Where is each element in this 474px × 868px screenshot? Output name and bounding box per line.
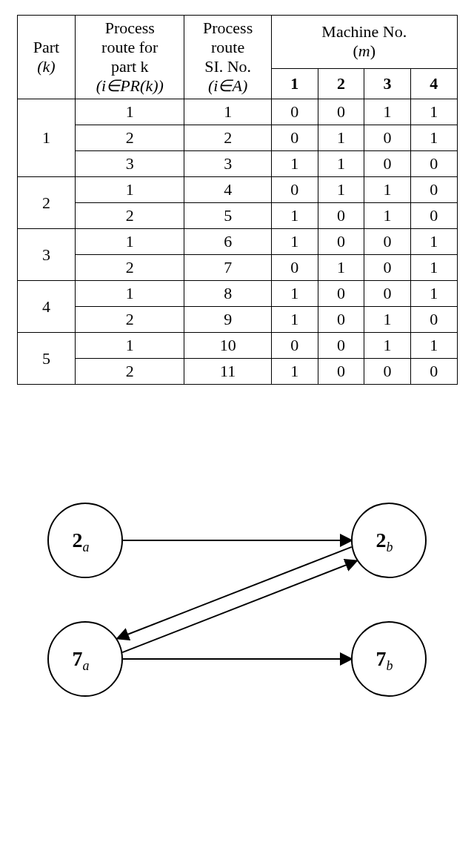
cell-m: 0 [318,229,364,255]
cell-pr: 2 [76,125,184,151]
cell-pr: 1 [76,99,184,125]
cell-pr: 3 [76,151,184,177]
cell-m: 0 [318,99,364,125]
table-row: 2140110 [17,177,457,203]
cell-m: 1 [318,255,364,281]
cell-pr: 1 [76,177,184,203]
col-slno: Process route SI. No. (i∈A) [184,16,272,99]
cell-m: 1 [364,99,411,125]
cell-pr: 2 [76,203,184,229]
cell-m: 1 [364,177,411,203]
cell-m: 0 [318,333,364,359]
sl-l4: (i∈A) [208,76,247,95]
cell-m: 1 [410,281,457,307]
cell-pr: 2 [76,255,184,281]
pr-l2: route for [101,38,158,56]
sl-l3: SI. No. [204,57,251,76]
cell-m: 0 [272,177,318,203]
cell-sl: 8 [184,281,272,307]
mach-2: 2 [318,68,364,99]
cell-pr: 1 [76,333,184,359]
cell-m: 1 [272,203,318,229]
mach-4: 4 [410,68,457,99]
cell-m: 1 [272,229,318,255]
cell-m: 0 [364,359,411,385]
cell-sl: 7 [184,255,272,281]
cell-m: 1 [410,255,457,281]
cell-sl: 10 [184,333,272,359]
cell-m: 0 [272,125,318,151]
table-row: 1110011 [17,99,457,125]
cell-m: 1 [318,151,364,177]
cell-m: 0 [272,333,318,359]
cell-m: 0 [364,255,411,281]
cell-pr: 1 [76,281,184,307]
process-route-table: Part (k) Process route for part k (i∈PR(… [17,15,458,385]
cell-m: 1 [410,99,457,125]
cell-m: 0 [318,203,364,229]
cell-sl: 5 [184,203,272,229]
cell-sl: 9 [184,307,272,333]
cell-m: 0 [318,307,364,333]
cell-pr: 2 [76,307,184,333]
table-row: 331100 [17,151,457,177]
cell-m: 0 [410,359,457,385]
cell-pr: 2 [76,359,184,385]
table-row: 2111000 [17,359,457,385]
graph-edge [122,560,357,652]
cell-m: 1 [410,333,457,359]
graph-edge [117,547,352,639]
pr-l4: (i∈PR(k)) [96,76,164,95]
cell-m: 0 [410,307,457,333]
cell-m: 0 [410,177,457,203]
cell-m: 1 [272,281,318,307]
pr-l3: part k [111,57,149,76]
col-machine: Machine No. (m) [272,16,457,69]
cell-m: 1 [272,151,318,177]
cell-pr: 1 [76,229,184,255]
table-row: 51100011 [17,333,457,359]
cell-sl: 6 [184,229,272,255]
cell-m: 0 [318,281,364,307]
cell-m: 0 [410,203,457,229]
cell-m: 0 [272,255,318,281]
cell-m: 1 [272,307,318,333]
cell-sl: 11 [184,359,272,385]
cell-m: 1 [272,359,318,385]
sl-l2: route [211,38,244,56]
cell-m: 0 [364,151,411,177]
sl-l1: Process [203,19,253,37]
cell-m: 0 [364,229,411,255]
part-label: Part [33,38,59,56]
col-part: Part (k) [17,16,76,99]
mach-l1: Machine No. [321,22,407,41]
cell-part: 3 [17,229,76,281]
cell-sl: 3 [184,151,272,177]
cell-m: 0 [364,125,411,151]
cell-m: 1 [318,125,364,151]
cell-m: 1 [410,229,457,255]
table-row: 3161001 [17,229,457,255]
cell-sl: 1 [184,99,272,125]
cell-m: 1 [318,177,364,203]
mach-l2: m [358,42,370,60]
cell-m: 0 [364,281,411,307]
table-row: 220101 [17,125,457,151]
part-label-k: (k) [37,57,55,76]
cell-m: 1 [410,125,457,151]
cell-m: 1 [364,203,411,229]
mach-3: 3 [364,68,411,99]
table-row: 270101 [17,255,457,281]
cell-part: 2 [17,177,76,229]
cell-sl: 4 [184,177,272,203]
cell-part: 4 [17,281,76,333]
cell-sl: 2 [184,125,272,151]
pr-l1: Process [105,19,155,37]
route-graph: 2a2b7a7b [19,488,463,711]
cell-m: 0 [410,151,457,177]
table-row: 4181001 [17,281,457,307]
mach-1: 1 [272,68,318,99]
cell-m: 0 [272,99,318,125]
cell-m: 0 [318,359,364,385]
cell-m: 1 [364,307,411,333]
